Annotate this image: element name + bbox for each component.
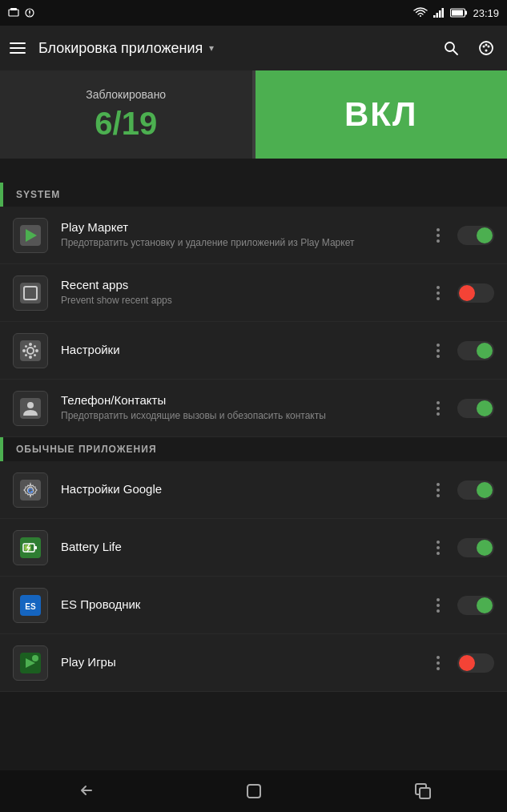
- signal-icon: [433, 7, 445, 18]
- svg-rect-49: [420, 788, 430, 798]
- app-toggle-battery[interactable]: [457, 538, 494, 557]
- more-options-button[interactable]: [429, 538, 448, 557]
- app-toggle-google[interactable]: [457, 480, 494, 500]
- svg-text:G: G: [27, 487, 33, 495]
- settings-icon: [20, 340, 41, 361]
- notification-icon-2: [24, 7, 35, 18]
- app-name: Recent apps: [61, 278, 429, 291]
- svg-point-34: [27, 402, 34, 408]
- header-stats: Заблокировано 6/19 ВКЛ: [0, 70, 507, 159]
- app-actions: [429, 480, 494, 500]
- app-icon-es: ES: [13, 588, 48, 623]
- recents-icon: [413, 782, 433, 801]
- svg-point-29: [25, 345, 27, 348]
- bottom-nav: [0, 770, 507, 812]
- app-toggle-play-market[interactable]: [457, 226, 494, 245]
- blocked-count: 6/19: [95, 106, 157, 142]
- toggle-knob: [477, 597, 493, 613]
- list-item: ES ES Проводник: [0, 577, 507, 634]
- svg-point-27: [22, 349, 26, 352]
- status-bar: 23:19: [0, 0, 507, 26]
- app-actions: [429, 538, 494, 557]
- svg-rect-10: [465, 11, 468, 15]
- svg-point-25: [29, 343, 32, 346]
- toggle-knob: [477, 482, 493, 498]
- app-toggle-es[interactable]: [457, 596, 494, 615]
- svg-point-31: [25, 354, 27, 356]
- toggle-knob: [477, 540, 493, 556]
- list-item: Play Игры: [0, 634, 507, 692]
- svg-rect-21: [20, 283, 41, 303]
- home-button[interactable]: [230, 775, 278, 807]
- more-options-button[interactable]: [429, 653, 448, 673]
- svg-rect-1: [10, 8, 17, 10]
- list-item: Play Маркет Предотвратить установку и уд…: [0, 207, 507, 264]
- svg-point-16: [488, 46, 490, 48]
- svg-point-30: [34, 354, 36, 356]
- app-actions: [429, 399, 494, 418]
- app-toggle-play-games[interactable]: [457, 653, 494, 673]
- app-bar-actions: [440, 37, 497, 59]
- svg-rect-11: [452, 10, 463, 16]
- more-options-button[interactable]: [429, 596, 448, 615]
- app-bar-title: Блокировка приложения ▾: [38, 40, 427, 57]
- back-icon: [75, 782, 95, 801]
- svg-point-26: [29, 356, 32, 359]
- search-button[interactable]: [440, 37, 462, 59]
- svg-rect-47: [247, 785, 260, 798]
- more-options-button[interactable]: [429, 480, 448, 500]
- svg-point-32: [34, 345, 36, 348]
- more-options-button[interactable]: [429, 226, 448, 245]
- app-name: Настройки: [61, 343, 429, 356]
- app-title-text: Блокировка приложения: [38, 40, 203, 57]
- dropdown-arrow-icon[interactable]: ▾: [209, 42, 214, 54]
- svg-point-17: [485, 50, 488, 52]
- menu-button[interactable]: [10, 42, 26, 54]
- app-icon-settings: [13, 333, 48, 368]
- toggle-knob: [477, 400, 493, 416]
- google-settings-icon: G: [20, 480, 41, 500]
- app-info-es: ES Проводник: [61, 597, 429, 613]
- svg-rect-0: [9, 10, 18, 16]
- palette-button[interactable]: [475, 37, 497, 59]
- svg-rect-40: [34, 546, 37, 549]
- svg-rect-6: [437, 13, 439, 18]
- section-header-system: SYSTEM: [0, 183, 507, 207]
- app-info-google: Настройки Google: [61, 482, 429, 498]
- app-icon-play-games: [13, 645, 48, 681]
- more-options-button[interactable]: [429, 399, 448, 418]
- svg-point-14: [480, 42, 493, 54]
- toggle-knob: [477, 227, 493, 243]
- app-icon-play-market: [13, 218, 48, 253]
- app-bar: Блокировка приложения ▾: [0, 26, 507, 70]
- contacts-icon: [20, 398, 41, 419]
- app-toggle-contacts[interactable]: [457, 399, 494, 418]
- svg-point-28: [35, 349, 38, 352]
- app-name: Play Маркет: [61, 220, 429, 234]
- play-market-icon: [20, 225, 41, 246]
- palette-icon: [478, 40, 494, 56]
- main-toggle[interactable]: ВКЛ: [256, 70, 508, 159]
- app-toggle-recent[interactable]: [457, 283, 494, 303]
- blocked-label: Заблокировано: [86, 88, 166, 101]
- svg-point-46: [32, 655, 38, 661]
- more-options-button[interactable]: [429, 283, 448, 303]
- app-actions: [429, 226, 494, 245]
- app-toggle-settings[interactable]: [457, 341, 494, 360]
- list-item: Battery Life: [0, 519, 507, 577]
- back-button[interactable]: [61, 775, 109, 807]
- app-actions: [429, 653, 494, 673]
- play-games-icon: [20, 653, 41, 673]
- home-icon: [244, 782, 264, 801]
- svg-point-18: [485, 44, 488, 46]
- app-name: Телефон/Контакты: [61, 393, 429, 407]
- svg-rect-8: [442, 8, 445, 18]
- recents-button[interactable]: [399, 775, 447, 807]
- toggle-knob: [459, 285, 475, 301]
- app-info-play-games: Play Игры: [61, 655, 429, 671]
- more-options-button[interactable]: [429, 341, 448, 360]
- notification-icon-1: [8, 7, 19, 18]
- status-bar-left: [8, 7, 35, 18]
- search-icon: [443, 40, 459, 56]
- app-icon-contacts: [13, 391, 48, 426]
